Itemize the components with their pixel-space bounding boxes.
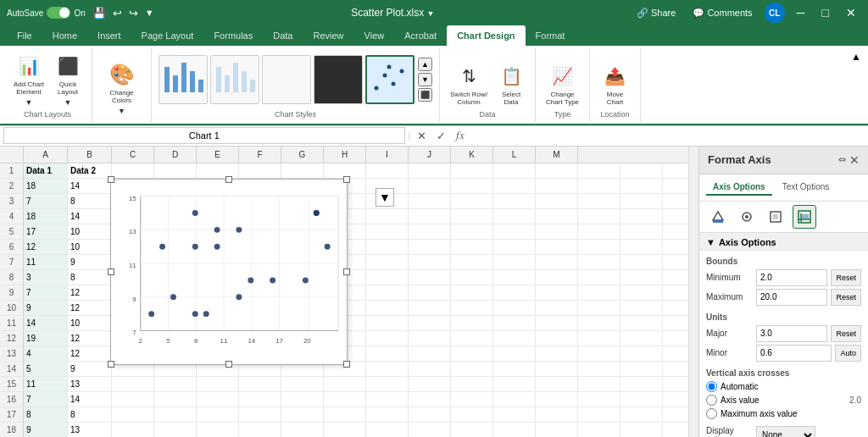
list-item[interactable] bbox=[493, 407, 536, 423]
automatic-radio[interactable] bbox=[706, 381, 717, 392]
list-item[interactable] bbox=[366, 270, 409, 285]
list-item[interactable] bbox=[409, 194, 451, 209]
ribbon-collapse-button[interactable]: ▲ bbox=[851, 51, 861, 63]
minimize-button[interactable]: ─ bbox=[792, 4, 810, 21]
list-item[interactable] bbox=[663, 316, 688, 331]
list-item[interactable] bbox=[620, 346, 663, 362]
list-item[interactable] bbox=[620, 362, 663, 377]
list-item[interactable]: 7 bbox=[24, 194, 68, 209]
list-item[interactable] bbox=[409, 285, 451, 301]
list-item[interactable] bbox=[451, 194, 493, 209]
list-item[interactable] bbox=[578, 331, 620, 346]
list-item[interactable] bbox=[451, 407, 493, 423]
list-item[interactable] bbox=[578, 316, 620, 331]
list-item[interactable] bbox=[536, 392, 578, 407]
list-item[interactable]: 10 bbox=[68, 240, 112, 255]
tab-format[interactable]: Format bbox=[526, 25, 576, 46]
list-item[interactable]: 4 bbox=[24, 346, 68, 362]
list-item[interactable]: 11 bbox=[24, 255, 68, 270]
list-item[interactable] bbox=[663, 209, 688, 224]
list-item[interactable] bbox=[281, 392, 324, 407]
handle-bottom-right[interactable] bbox=[343, 361, 350, 368]
display-units-select[interactable]: None Hundreds Thousands Millions bbox=[756, 426, 815, 437]
save-icon[interactable]: 💾 bbox=[92, 7, 106, 19]
list-item[interactable]: 10 bbox=[68, 316, 112, 331]
list-item[interactable]: 14 bbox=[0, 362, 24, 377]
maximum-input[interactable] bbox=[756, 289, 827, 306]
chart-container[interactable]: + ✏ ▼ bbox=[110, 179, 348, 365]
list-item[interactable] bbox=[578, 209, 620, 224]
list-item[interactable] bbox=[536, 285, 578, 301]
size-icon-button[interactable] bbox=[764, 205, 787, 229]
list-item[interactable] bbox=[620, 179, 663, 194]
header-col-e[interactable]: E bbox=[197, 147, 239, 163]
list-item[interactable] bbox=[578, 346, 620, 362]
tab-file[interactable]: File bbox=[7, 25, 42, 46]
list-item[interactable] bbox=[493, 194, 536, 209]
list-item[interactable] bbox=[366, 331, 409, 346]
list-item[interactable] bbox=[536, 179, 578, 194]
list-item[interactable]: 13 bbox=[0, 346, 24, 362]
list-item[interactable] bbox=[663, 377, 688, 392]
list-item[interactable] bbox=[493, 423, 536, 437]
list-item[interactable] bbox=[493, 209, 536, 224]
list-item[interactable] bbox=[409, 209, 451, 224]
list-item[interactable] bbox=[536, 209, 578, 224]
select-data-button[interactable]: 📋 SelectData bbox=[494, 61, 528, 108]
list-item[interactable] bbox=[239, 377, 281, 392]
list-item[interactable] bbox=[663, 224, 688, 240]
header-col-i[interactable]: I bbox=[366, 147, 409, 163]
list-item[interactable] bbox=[493, 255, 536, 270]
list-item[interactable] bbox=[493, 362, 536, 377]
list-item[interactable] bbox=[493, 179, 536, 194]
header-col-l[interactable]: L bbox=[493, 147, 536, 163]
panel-close-button[interactable]: ✕ bbox=[849, 153, 860, 167]
list-item[interactable] bbox=[366, 346, 409, 362]
axis-options-icon-button[interactable] bbox=[793, 205, 816, 229]
change-chart-type-button[interactable]: 📈 ChangeChart Type bbox=[542, 61, 582, 108]
list-item[interactable] bbox=[451, 163, 493, 179]
handle-mid-left[interactable] bbox=[108, 268, 114, 275]
list-item[interactable]: 18 bbox=[24, 179, 68, 194]
list-item[interactable] bbox=[366, 377, 409, 392]
list-item[interactable] bbox=[281, 407, 324, 423]
list-item[interactable] bbox=[197, 392, 239, 407]
tab-axis-options[interactable]: Axis Options bbox=[706, 180, 772, 196]
list-item[interactable]: 10 bbox=[68, 224, 112, 240]
list-item[interactable] bbox=[239, 392, 281, 407]
list-item[interactable]: 9 bbox=[68, 255, 112, 270]
list-item[interactable]: 16 bbox=[0, 392, 24, 407]
list-item[interactable] bbox=[366, 407, 409, 423]
tab-text-options[interactable]: Text Options bbox=[776, 180, 837, 196]
list-item[interactable] bbox=[493, 163, 536, 179]
header-col-h[interactable]: H bbox=[324, 147, 366, 163]
tab-page-layout[interactable]: Page Layout bbox=[131, 25, 204, 46]
list-item[interactable]: 18 bbox=[0, 423, 24, 437]
header-col-j[interactable]: J bbox=[409, 147, 451, 163]
header-col-c[interactable]: C bbox=[112, 147, 154, 163]
list-item[interactable] bbox=[663, 423, 688, 437]
list-item[interactable] bbox=[197, 163, 239, 179]
list-item[interactable]: 9 bbox=[0, 285, 24, 301]
list-item[interactable] bbox=[154, 163, 197, 179]
list-item[interactable] bbox=[620, 194, 663, 209]
header-col-k[interactable]: K bbox=[451, 147, 493, 163]
list-item[interactable]: 18 bbox=[24, 209, 68, 224]
list-item[interactable] bbox=[620, 377, 663, 392]
list-item[interactable] bbox=[409, 255, 451, 270]
list-item[interactable] bbox=[536, 240, 578, 255]
list-item[interactable] bbox=[409, 301, 451, 316]
list-item[interactable] bbox=[281, 377, 324, 392]
list-item[interactable] bbox=[578, 285, 620, 301]
list-item[interactable] bbox=[536, 377, 578, 392]
list-item[interactable]: 5 bbox=[0, 224, 24, 240]
list-item[interactable]: 12 bbox=[68, 285, 112, 301]
tab-insert[interactable]: Insert bbox=[87, 25, 131, 46]
change-colors-button[interactable]: 🎨 ChangeColors ▼ bbox=[105, 59, 139, 117]
list-item[interactable] bbox=[451, 423, 493, 437]
list-item[interactable] bbox=[493, 316, 536, 331]
list-item[interactable] bbox=[409, 224, 451, 240]
handle-mid-right[interactable] bbox=[343, 268, 350, 275]
list-item[interactable] bbox=[366, 423, 409, 437]
list-item[interactable]: 6 bbox=[0, 240, 24, 255]
